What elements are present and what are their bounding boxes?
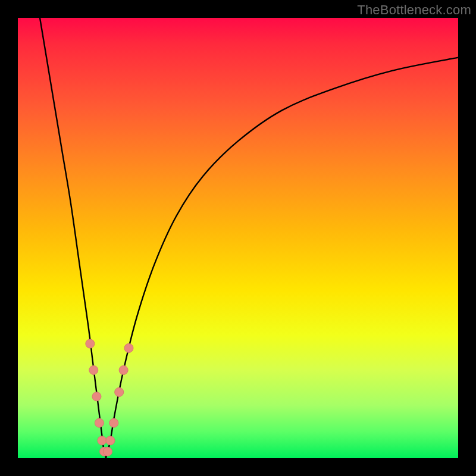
plot-area bbox=[18, 18, 458, 458]
data-marker bbox=[86, 339, 95, 348]
data-marker bbox=[124, 344, 133, 353]
data-marker bbox=[95, 418, 104, 427]
data-marker bbox=[92, 392, 101, 401]
data-marker bbox=[89, 366, 98, 375]
data-marker bbox=[103, 447, 112, 456]
data-marker bbox=[119, 366, 128, 375]
curve-layer bbox=[18, 18, 458, 458]
watermark-text: TheBottleneck.com bbox=[357, 2, 471, 18]
data-marker bbox=[115, 388, 124, 397]
data-marker bbox=[109, 418, 118, 427]
chart-frame: TheBottleneck.com bbox=[0, 0, 476, 476]
right-branch-line bbox=[106, 58, 458, 458]
data-marker bbox=[106, 436, 115, 445]
data-marker bbox=[98, 436, 107, 445]
